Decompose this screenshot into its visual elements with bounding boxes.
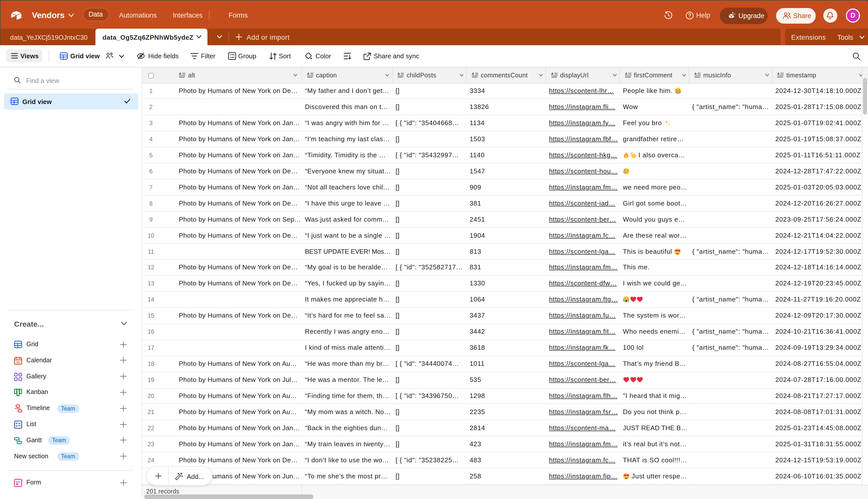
svg-text:31: 31 xyxy=(16,360,20,364)
